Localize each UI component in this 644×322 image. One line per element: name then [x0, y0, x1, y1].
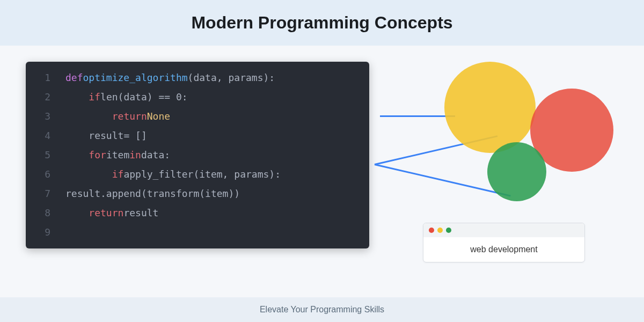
footer-bar: Elevate Your Programming Skills [0, 297, 644, 322]
code-token: (data, params): [188, 72, 275, 83]
code-token: if [89, 91, 100, 103]
code-token: result [123, 207, 158, 218]
window-controls [423, 223, 584, 237]
browser-card-label: web development [423, 237, 584, 262]
code-token: in [129, 149, 141, 160]
code-token: None [147, 111, 170, 122]
code-line: 7result.append(transform(item)) [26, 184, 369, 203]
circle-green-icon [487, 142, 546, 201]
line-number: 7 [35, 184, 50, 203]
code-token: apply_filter(item, params): [123, 169, 281, 180]
diagram-column: web development [391, 62, 618, 248]
code-token: result.append(transform(item)) [65, 188, 240, 199]
browser-card: web development [423, 223, 585, 262]
code-token: for [89, 149, 106, 160]
line-number: 6 [35, 165, 50, 184]
code-token: def [65, 72, 83, 83]
code-line: 2 iflen(data) == 0: [26, 87, 369, 107]
code-token: = [] [123, 130, 147, 141]
line-number: 3 [35, 107, 50, 126]
main-content: 1defoptimize_algorithm(data, params):2 i… [0, 46, 644, 259]
code-token: return [89, 207, 123, 218]
code-line: 4 result= [] [26, 126, 369, 145]
code-line: 3 returnNone [26, 107, 369, 126]
page-title: Modern Programming Concepts [0, 13, 644, 33]
code-token: result [89, 130, 123, 141]
code-token: len(data) == 0: [100, 91, 188, 103]
line-number: 1 [35, 68, 50, 87]
code-token: item [106, 149, 129, 160]
code-editor: 1defoptimize_algorithm(data, params):2 i… [26, 62, 369, 248]
footer-text: Elevate Your Programming Skills [260, 305, 384, 314]
code-token: if [112, 169, 124, 180]
code-token: optimize_algorithm [83, 72, 188, 83]
code-line: 1defoptimize_algorithm(data, params): [26, 68, 369, 87]
line-number: 9 [35, 223, 50, 242]
circle-yellow-icon [444, 62, 536, 153]
code-line: 6 ifapply_filter(item, params): [26, 165, 369, 184]
window-maximize-icon [446, 228, 451, 233]
code-line: 8 returnresult [26, 203, 369, 223]
header-bar: Modern Programming Concepts [0, 0, 644, 46]
connector-line [380, 115, 455, 117]
line-number: 8 [35, 203, 50, 223]
code-token: data: [141, 149, 170, 160]
code-line: 9 [26, 223, 369, 242]
line-number: 2 [35, 87, 50, 107]
line-number: 5 [35, 145, 50, 165]
code-token: return [112, 111, 147, 122]
venn-diagram [391, 62, 618, 212]
code-line: 5 foritemindata: [26, 145, 369, 165]
window-minimize-icon [437, 228, 443, 233]
window-close-icon [429, 228, 434, 233]
line-number: 4 [35, 126, 50, 145]
